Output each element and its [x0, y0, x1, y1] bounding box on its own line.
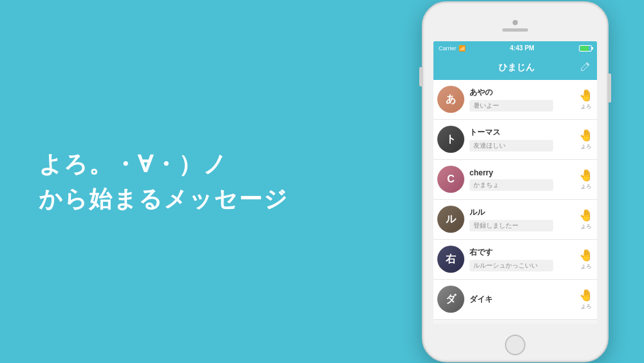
- contact-name: ダイキ: [469, 294, 574, 305]
- yoro-button[interactable]: 🤚よろ: [579, 208, 593, 230]
- yoro-label: よろ: [581, 103, 591, 110]
- contact-name: ルル: [469, 207, 574, 218]
- carrier: Carrier 📶: [439, 45, 466, 52]
- contact-item[interactable]: トトーマス友達ほしい🤚よろ: [433, 120, 597, 160]
- yoro-label: よろ: [581, 223, 591, 230]
- edit-icon[interactable]: [580, 61, 591, 74]
- contact-item[interactable]: ああやの暑いよー🤚よろ: [433, 80, 597, 120]
- contact-item[interactable]: 右右ですルルーシュかっこいい🤚よろ: [433, 240, 597, 280]
- avatar: ダ: [437, 286, 464, 313]
- yoro-button[interactable]: 🤚よろ: [579, 288, 593, 310]
- contact-info: あやの暑いよー: [469, 87, 574, 112]
- contact-name: cherry: [469, 168, 574, 177]
- hand-icon: 🤚: [579, 128, 593, 142]
- hand-icon: 🤚: [579, 88, 593, 103]
- hand-icon: 🤚: [579, 288, 593, 302]
- contact-info: ダイキ: [469, 294, 574, 305]
- promo-line1: よろ。・∀・）ノ: [39, 147, 399, 182]
- hand-icon: 🤚: [579, 208, 593, 222]
- camera: [513, 20, 518, 25]
- phone-bottom: [505, 329, 526, 361]
- avatar: あ: [437, 86, 464, 113]
- contact-item[interactable]: Ccherryかまちょ🤚よろ: [433, 160, 597, 200]
- yoro-button[interactable]: 🤚よろ: [579, 88, 593, 110]
- phone-screen: Carrier 📶 4:43 PM ひまじん: [433, 41, 597, 324]
- contact-preview: ルルーシュかっこいい: [469, 260, 553, 271]
- contact-preview: 登録しましたー: [469, 220, 553, 231]
- battery-bar: [579, 45, 592, 52]
- avatar: ト: [437, 126, 464, 153]
- contact-preview: かまちょ: [469, 179, 553, 191]
- nav-title: ひまじん: [498, 62, 535, 74]
- contact-name: 右です: [469, 247, 574, 258]
- home-button[interactable]: [505, 335, 526, 355]
- hand-icon: 🤚: [579, 168, 593, 182]
- contact-item[interactable]: ルルル登録しましたー🤚よろ: [433, 200, 597, 240]
- contact-list: ああやの暑いよー🤚よろトトーマス友達ほしい🤚よろCcherryかまちょ🤚よろルル…: [433, 80, 597, 324]
- contact-preview: 暑いよー: [469, 100, 553, 112]
- hand-icon: 🤚: [579, 248, 593, 262]
- speaker: [502, 28, 528, 32]
- yoro-button[interactable]: 🤚よろ: [579, 168, 593, 190]
- yoro-label: よろ: [581, 143, 591, 150]
- contact-info: トーマス友達ほしい: [469, 127, 574, 152]
- promo-line2: から始まるメッセージ: [39, 182, 399, 217]
- wifi-icon: 📶: [459, 45, 466, 52]
- phone-mockup: Carrier 📶 4:43 PM ひまじん: [399, 0, 631, 363]
- avatar: ル: [437, 206, 464, 233]
- yoro-label: よろ: [581, 263, 591, 270]
- avatar: 右: [437, 246, 464, 273]
- yoro-button[interactable]: 🤚よろ: [579, 248, 593, 270]
- contact-preview: 友達ほしい: [469, 140, 553, 152]
- battery-fill: [580, 46, 589, 51]
- yoro-label: よろ: [581, 183, 591, 190]
- yoro-button[interactable]: 🤚よろ: [579, 128, 593, 150]
- avatar: C: [437, 166, 464, 193]
- status-time: 4:43 PM: [510, 44, 535, 52]
- contact-item[interactable]: ダダイキ🤚よろ: [433, 280, 597, 320]
- contact-name: トーマス: [469, 127, 574, 138]
- battery-tip: [592, 47, 593, 50]
- contact-info: ルル登録しましたー: [469, 207, 574, 231]
- contact-name: あやの: [469, 87, 574, 98]
- status-bar: Carrier 📶 4:43 PM: [433, 41, 597, 55]
- nav-bar: ひまじん: [433, 55, 597, 80]
- status-right: [579, 45, 592, 52]
- promo-text: よろ。・∀・）ノ から始まるメッセージ: [0, 147, 399, 217]
- phone-shell: Carrier 📶 4:43 PM ひまじん: [422, 1, 609, 362]
- contact-info: cherryかまちょ: [469, 168, 574, 191]
- contact-info: 右ですルルーシュかっこいい: [469, 247, 574, 271]
- phone-top: [423, 3, 607, 41]
- yoro-label: よろ: [581, 303, 591, 310]
